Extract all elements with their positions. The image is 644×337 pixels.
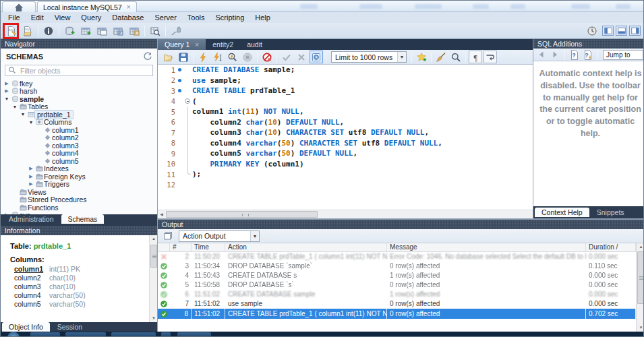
output-row-6[interactable]: 611:51:02CREATE DATABASE sample1 row(s) … (158, 290, 636, 299)
fold-marker[interactable] (183, 148, 192, 159)
find-button[interactable] (449, 51, 463, 63)
tree-item-stored-procedures[interactable]: Stored Procedures (1, 196, 157, 204)
output-row-7[interactable]: 711:51:02use sample0 row(s) affected0.00… (158, 299, 636, 309)
taskbar-item[interactable] (111, 332, 156, 337)
tree-item-indexes[interactable]: ▶Indexes (1, 165, 157, 173)
tree-item-triggers[interactable]: ▶Triggers (1, 181, 157, 189)
menu-tools[interactable]: Tools (182, 12, 210, 23)
create-procedure-button[interactable]: P (111, 24, 125, 38)
explain-button[interactable] (226, 51, 239, 63)
query-tab-audit[interactable]: audit (240, 39, 269, 50)
create-table-button[interactable] (78, 24, 93, 38)
tree-item-column2[interactable]: column2 (1, 134, 157, 142)
scroll-up-icon[interactable]: ▲ (150, 235, 157, 243)
menu-query[interactable]: Query (76, 12, 107, 23)
help-back-button[interactable] (536, 49, 547, 60)
open-sql-script-button[interactable]: SQL (20, 24, 35, 38)
clear-button[interactable] (434, 51, 448, 63)
splitter[interactable] (157, 39, 158, 218)
information-scrollbar[interactable]: ▲ ▼ (149, 235, 157, 322)
menu-file[interactable]: File (3, 12, 26, 23)
connection-tab[interactable]: Local instance MySQL57 × (37, 1, 137, 12)
fold-marker[interactable] (183, 159, 192, 170)
new-sql-tab-button[interactable]: SQL (4, 24, 19, 38)
schema-filter-input[interactable] (18, 66, 152, 75)
output-row-4[interactable]: 411:50:43CREATE DATABASE s1 row(s) affec… (158, 271, 636, 280)
expand-arrow-icon[interactable]: ▶ (28, 166, 34, 171)
fold-marker[interactable] (183, 96, 192, 107)
scrollbar-thumb[interactable] (150, 245, 157, 268)
expand-arrow-icon[interactable]: ▶ (3, 88, 10, 94)
inspector-button[interactable] (41, 24, 56, 38)
autocommit-toggle[interactable] (310, 51, 323, 63)
tree-item-tables[interactable]: ▼Tables (1, 103, 157, 111)
scroll-up-icon[interactable]: ▲ (637, 243, 644, 251)
tab-object-info[interactable]: Object Info (2, 322, 50, 332)
reconnect-dbms-button[interactable] (169, 24, 183, 38)
help-forward-button[interactable] (550, 49, 560, 60)
fold-marker[interactable] (183, 106, 192, 117)
limit-rows-dropdown[interactable]: Limit to 1000 rows▼ (331, 51, 407, 63)
output-mode-dropdown[interactable]: Action Output ▼ (179, 231, 260, 242)
auto-context-help-toggle[interactable]: ? (583, 49, 593, 60)
scroll-down-icon[interactable]: ▼ (150, 315, 157, 322)
collapse-arrow-icon[interactable]: ▼ (11, 104, 18, 109)
beautify-button[interactable] (415, 51, 428, 63)
taskbar-item[interactable] (30, 332, 60, 337)
menu-scripting[interactable]: Scripting (210, 12, 250, 23)
editor-horizontal-scrollbar[interactable]: ◀ (158, 210, 533, 218)
fold-marker[interactable] (183, 117, 192, 128)
tree-item-functions[interactable]: Functions (1, 204, 157, 212)
toggle-right-sidebar-button[interactable] (629, 26, 641, 36)
tree-item-fkey[interactable]: ▶fkey (1, 80, 157, 88)
tab-context-help[interactable]: Context Help (535, 208, 589, 217)
save-script-button[interactable] (177, 51, 190, 63)
fold-marker[interactable] (183, 169, 192, 180)
expand-arrow-icon[interactable]: ▶ (28, 174, 34, 179)
tab-schemas[interactable]: Schemas (61, 214, 105, 224)
taskbar-item[interactable] (161, 332, 171, 337)
collapse-arrow-icon[interactable]: ▼ (3, 96, 10, 101)
word-wrap-toggle[interactable] (484, 51, 497, 63)
toggle-left-sidebar-button[interactable] (602, 26, 614, 36)
stop-button[interactable] (241, 51, 254, 63)
scroll-left-icon[interactable]: ◀ (158, 211, 165, 218)
home-tab[interactable] (2, 1, 36, 12)
collapse-arrow-icon[interactable]: ▼ (20, 112, 26, 117)
query-tab-close-icon[interactable]: × (195, 41, 199, 49)
tab-snippets[interactable]: Snippets (590, 208, 631, 217)
menu-help[interactable]: Help (250, 12, 276, 23)
connection-tab-close-icon[interactable]: × (127, 3, 131, 11)
execute-current-button[interactable] (211, 51, 225, 63)
tab-administration[interactable]: Administration (2, 214, 61, 224)
create-function-button[interactable]: f (127, 24, 142, 38)
fold-marker[interactable] (183, 138, 192, 149)
expand-arrow-icon[interactable]: ▶ (28, 181, 34, 187)
tree-item-column3[interactable]: column3 (1, 142, 157, 150)
start-button[interactable] (7, 332, 20, 337)
sql-editor[interactable]: 1CREATE DATABASE sample;2use sample;3CRE… (158, 65, 533, 210)
output-row-8[interactable]: 811:51:02CREATE TABLE prdTable_1 ( colum… (158, 309, 636, 319)
query-tab-entity2[interactable]: entity2 (206, 39, 240, 50)
scroll-down-icon[interactable]: ▼ (637, 324, 644, 332)
open-script-button[interactable] (162, 51, 175, 63)
scrollbar-thumb[interactable] (637, 251, 644, 304)
output-row-3[interactable]: 311:50:34DROP DATABASE `sample`0 row(s) … (158, 262, 636, 271)
tree-item-harsh[interactable]: ▶harsh (1, 88, 157, 96)
taskbar-item[interactable] (177, 332, 211, 337)
output-scrollbar[interactable]: ▲ ▼ (636, 243, 644, 332)
search-data-button[interactable] (148, 24, 163, 38)
tree-item-column1[interactable]: column1 (1, 126, 157, 134)
menu-server[interactable]: Server (149, 12, 181, 23)
scrollbar-thumb[interactable] (166, 211, 318, 218)
toggle-output-area-button[interactable] (616, 26, 627, 36)
refresh-schemas-icon[interactable] (142, 51, 153, 62)
show-invisibles-toggle[interactable]: ¶ (469, 51, 482, 63)
fold-marker[interactable] (183, 127, 192, 138)
jump-to-dropdown[interactable]: Jump to (603, 50, 643, 60)
stop-on-error-toggle[interactable] (260, 51, 274, 63)
tree-item-sample[interactable]: ▼sample (1, 95, 157, 103)
taskbar-item[interactable] (65, 332, 106, 337)
context-help-button[interactable]: ? (569, 49, 580, 60)
tree-item-column5[interactable]: column5 (1, 157, 157, 165)
